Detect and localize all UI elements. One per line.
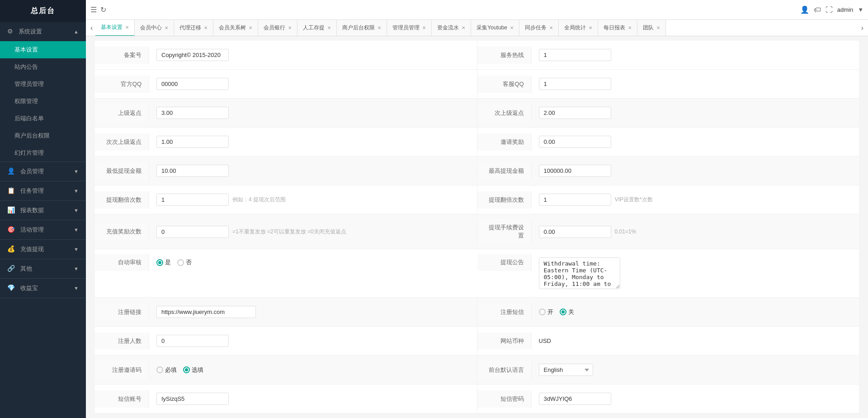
tab-close-agent-migration[interactable]: ✕ [204,25,208,30]
input-recharge-bonus[interactable] [156,226,229,238]
input-second-rebate[interactable] [539,107,611,119]
radio-reg-sms-close[interactable]: 关 [560,308,574,316]
tab-admin-manage[interactable]: 管理员管理 ✕ [387,20,432,36]
tab-close-basic-settings[interactable]: ✕ [125,25,129,30]
radio-auto-review-yes[interactable]: 是 [156,258,171,266]
tab-member-center[interactable]: 会员中心 ✕ [135,20,174,36]
admin-dropdown-icon[interactable]: ▼ [858,6,863,13]
sidebar-section-profit-title[interactable]: 💎 收益宝 ▼ [0,279,86,298]
tab-close-admin-manage[interactable]: ✕ [422,25,426,30]
expand-icon[interactable]: ⛶ [826,6,833,14]
sidebar-section-recharge-title[interactable]: 💰 充值提现 ▼ [0,240,86,259]
chevron-down-icon-3: ▼ [74,208,79,213]
tab-sync-task[interactable]: 同步任务 ✕ [519,20,559,36]
input-service-qq[interactable] [539,78,611,90]
sidebar-section-member-title[interactable]: 👤 会员管理 ▼ [0,162,86,181]
radio-btn-required[interactable] [156,366,163,373]
tab-daily-report[interactable]: 每日报表 ✕ [598,20,637,36]
input-cell-sms-account [149,389,477,408]
hint-withdraw-multiplier: 例如：4 提现次后范围 [232,196,286,204]
input-beian[interactable] [156,49,229,61]
tab-close-team[interactable]: ✕ [656,25,660,30]
label-reg-sms: 注册短信 [477,304,532,321]
sidebar-section-other-title[interactable]: 🔗 其他 ▼ [0,259,86,278]
tab-close-youtube-collect[interactable]: ✕ [510,25,514,30]
radio-reg-sms-open[interactable]: 开 [539,308,553,316]
tab-global-stats[interactable]: 全局统计 ✕ [559,20,598,36]
input-max-withdraw[interactable] [539,165,611,177]
input-cell-reg-sms: 开 关 [532,304,859,320]
tab-label: 会员关系树 [219,24,246,32]
tab-fund-flow[interactable]: 资金流水 ✕ [432,20,471,36]
radio-label-optional: 选填 [192,366,203,374]
input-superior-rebate[interactable] [156,107,229,119]
sidebar-section-activity: 🎯 活动管理 ▼ [0,220,86,240]
menu-icon[interactable]: ☰ [90,5,97,14]
tab-member-tree[interactable]: 会员关系树 ✕ [213,20,258,36]
input-withdraw-fee[interactable] [539,226,611,238]
input-sms-password[interactable] [539,393,611,405]
radio-invite-optional[interactable]: 选填 [183,366,203,374]
input-cell-default-lang: English Chinese 日本語 [532,360,859,380]
tabs-nav-left[interactable]: ‹ [88,24,95,32]
sidebar-item-merchant-permissions[interactable]: 商户后台权限 [0,127,86,144]
input-sms-account[interactable] [156,393,229,405]
input-invite-reward[interactable] [539,136,611,148]
tab-manual-withdraw[interactable]: 人工存提 ✕ [297,20,337,36]
radio-btn-yes[interactable] [156,259,163,266]
radio-btn-no[interactable] [177,259,184,266]
tab-close-fund-flow[interactable]: ✕ [462,25,465,30]
sidebar-item-site-notice[interactable]: 站内公告 [0,58,86,76]
form-row-11: 注册邀请码 必填 选填 前台默认语言 [95,356,859,385]
tab-youtube-collect[interactable]: 采集Youtube ✕ [471,20,519,36]
radio-btn-optional[interactable] [183,366,190,373]
input-withdraw-multiplier[interactable] [156,194,229,206]
tab-close-member-bank[interactable]: ✕ [288,25,292,30]
radio-auto-review-no[interactable]: 否 [177,258,192,266]
tab-label: 人工存提 [303,24,325,32]
tab-team[interactable]: 团队 ✕ [637,20,666,36]
tab-close-daily-report[interactable]: ✕ [628,25,632,30]
tab-close-global-stats[interactable]: ✕ [589,25,592,30]
refresh-icon[interactable]: ↻ [100,5,106,14]
label-currency: 网站币种 [477,332,532,350]
sidebar-item-admin-manage[interactable]: 管理员管理 [0,76,86,93]
sidebar-item-permissions[interactable]: 权限管理 [0,93,86,110]
radio-btn-sms-close[interactable] [560,309,566,315]
tab-close-merchant-permissions[interactable]: ✕ [377,25,381,30]
tab-member-bank[interactable]: 会员银行 ✕ [258,20,297,36]
tab-close-manual-withdraw[interactable]: ✕ [327,25,331,30]
tab-close-member-center[interactable]: ✕ [165,25,168,30]
tab-close-sync-task[interactable]: ✕ [549,25,553,30]
radio-invite-required[interactable]: 必填 [156,366,177,374]
tab-basic-settings[interactable]: 基本设置 ✕ [95,20,135,36]
sidebar-section-activity-title[interactable]: 🎯 活动管理 ▼ [0,220,86,239]
select-default-lang[interactable]: English Chinese 日本語 [539,364,593,376]
sidebar-section-report-title[interactable]: 📊 报表数据 ▼ [0,201,86,220]
tab-merchant-permissions[interactable]: 商户后台权限 ✕ [337,20,387,36]
input-min-withdraw[interactable] [156,165,229,177]
tab-close-member-tree[interactable]: ✕ [249,25,252,30]
sidebar-section-system-title[interactable]: ⚙ 系统设置 ▲ [0,22,86,41]
radio-btn-sms-open[interactable] [539,309,546,315]
sidebar-item-whitelist[interactable]: 后端白名单 [0,110,86,127]
input-official-qq[interactable] [156,78,229,90]
input-reg-link[interactable] [156,306,256,318]
chevron-down-icon-5: ▼ [74,247,79,252]
sidebar-section-task-title[interactable]: 📋 任务管理 ▼ [0,181,86,200]
sidebar-section-other-label: 其他 [20,265,32,272]
label-withdraw-fee: 提现手续费设置 [477,219,532,244]
textarea-withdraw-notice[interactable]: Withdrawal time: Eastern Time (UTC-05:00… [539,257,620,289]
tab-agent-migration[interactable]: 代理迁移 ✕ [174,20,213,36]
sidebar-item-slide-manage[interactable]: 幻灯片管理 [0,144,86,162]
input-vip-multiplier[interactable] [539,194,611,206]
sidebar-item-basic-settings[interactable]: 基本设置 [0,41,86,58]
input-third-rebate[interactable] [156,136,229,148]
input-cell-invite-code: 必填 选填 [149,362,477,378]
input-reg-count[interactable] [156,335,229,347]
tabs-nav-right[interactable]: › [859,24,866,32]
tag-icon[interactable]: 🏷 [814,6,821,14]
avatar-icon[interactable]: 👤 [800,5,809,14]
input-hotline[interactable] [539,49,611,61]
admin-label[interactable]: admin [837,6,853,13]
